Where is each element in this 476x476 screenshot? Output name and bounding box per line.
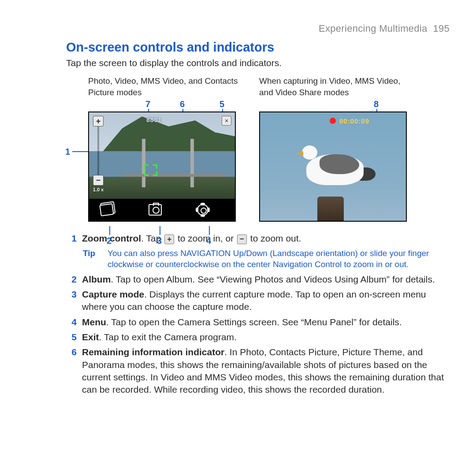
scene-bird-beak (296, 151, 303, 156)
tip-row: Tip You can also press NAVIGATION Up/Dow… (83, 248, 450, 270)
list-item-1: 1 Zoom control. Tap + to zoom in, or − t… (66, 232, 450, 245)
item-number: 6 (66, 346, 77, 396)
capture-mode-icon[interactable] (149, 204, 162, 216)
screenshot-video: 00:00:09 (259, 112, 407, 222)
section-title: On-screen controls and indicators (66, 39, 450, 56)
list-item-2: 2 Album. Tap to open Album. See “Viewing… (66, 273, 450, 286)
item-text: Zoom control. Tap + to zoom in, or − to … (82, 232, 450, 245)
scene-mountain (102, 112, 235, 152)
figure-caption-left: Photo, Video, MMS Video, and Contacts Pi… (88, 75, 247, 99)
leader (160, 226, 160, 235)
figure-photo-mode: Photo, Video, MMS Video, and Contacts Pi… (88, 75, 247, 222)
item-number: 3 (66, 288, 77, 313)
item-term: Menu (82, 317, 106, 327)
tip-label: Tip (83, 248, 98, 270)
zoom-out-button[interactable]: − (93, 175, 104, 186)
figure-caption-right: When capturing in Video, MMS Video, and … (259, 75, 416, 99)
exit-button[interactable]: × (222, 116, 231, 126)
item-term: Capture mode (82, 289, 144, 299)
item-number: 5 (66, 331, 77, 343)
recording-dot-icon (330, 118, 336, 124)
indicator-list: 1 Zoom control. Tap + to zoom in, or − t… (66, 232, 450, 396)
recording-timer: 00:00:09 (339, 117, 369, 126)
screenshot-photo: + − 1.0 x 8861 × (88, 112, 236, 222)
focus-bracket-icon (144, 164, 157, 176)
item-term: Exit (82, 332, 99, 342)
callout-3: 3 (157, 235, 162, 247)
tip-text: You can also press NAVIGATION Up/Down (L… (108, 248, 450, 270)
callout-2: 2 (107, 235, 112, 247)
list-item-3: 3 Capture mode. Displays the current cap… (66, 288, 450, 313)
minus-icon: − (237, 234, 247, 244)
scene-landscape: + − 1.0 x 8861 × (89, 112, 235, 221)
callout-8: 8 (374, 98, 379, 110)
item-text: Menu. Tap to open the Camera Settings sc… (82, 316, 450, 328)
menu-gear-icon[interactable] (197, 204, 208, 216)
callout-4: 4 (206, 235, 211, 247)
list-item-4: 4 Menu. Tap to open the Camera Settings … (66, 316, 450, 328)
scene-bird-wing (320, 154, 359, 174)
item-term: Album (82, 274, 111, 284)
list-item-6: 6 Remaining information indicator. In Ph… (66, 346, 450, 396)
scene-bridge-tower (190, 139, 194, 187)
zoom-in-button[interactable]: + (93, 116, 104, 126)
item-number: 4 (66, 316, 77, 328)
page-number: 195 (433, 23, 450, 34)
scene-bridge-deck (124, 174, 226, 177)
item-text: Exit. Tap to exit the Camera program. (82, 331, 450, 343)
camera-bottom-bar (89, 199, 235, 221)
plus-icon: + (164, 234, 174, 244)
scene-post (317, 197, 344, 221)
zoom-level-label: 1.0 x (93, 186, 104, 193)
zoom-slider-track[interactable] (97, 126, 99, 175)
leader (109, 226, 110, 235)
callout-5: 5 (219, 98, 224, 110)
callout-7: 7 (145, 98, 150, 110)
zoom-control[interactable]: + − 1.0 x (93, 116, 104, 193)
figures-container: Photo, Video, MMS Video, and Contacts Pi… (88, 75, 450, 222)
chapter-name: Experiencing Multimedia (319, 23, 428, 34)
figure-video-mode: When capturing in Video, MMS Video, and … (259, 75, 416, 222)
item-text: Remaining information indicator. In Phot… (82, 346, 450, 396)
scene-bridge-tower (142, 139, 145, 187)
callout-1: 1 (65, 146, 70, 158)
callout-6: 6 (180, 98, 185, 110)
remaining-indicator: 8861 (146, 116, 162, 124)
leader (209, 226, 210, 235)
album-icon[interactable] (99, 203, 114, 216)
item-number: 2 (66, 273, 77, 286)
item-text: Capture mode. Displays the current captu… (82, 288, 450, 313)
item-text: Album. Tap to open Album. See “Viewing P… (82, 273, 450, 286)
list-item-5: 5 Exit. Tap to exit the Camera program. (66, 331, 450, 343)
scene-bird-head (302, 145, 317, 160)
item-term: Remaining information indicator (82, 347, 224, 357)
section-intro: Tap the screen to display the controls a… (66, 57, 450, 69)
scene-bird: 00:00:09 (260, 112, 406, 221)
page-header: Experiencing Multimedia 195 (66, 22, 450, 35)
item-number: 1 (66, 232, 77, 245)
